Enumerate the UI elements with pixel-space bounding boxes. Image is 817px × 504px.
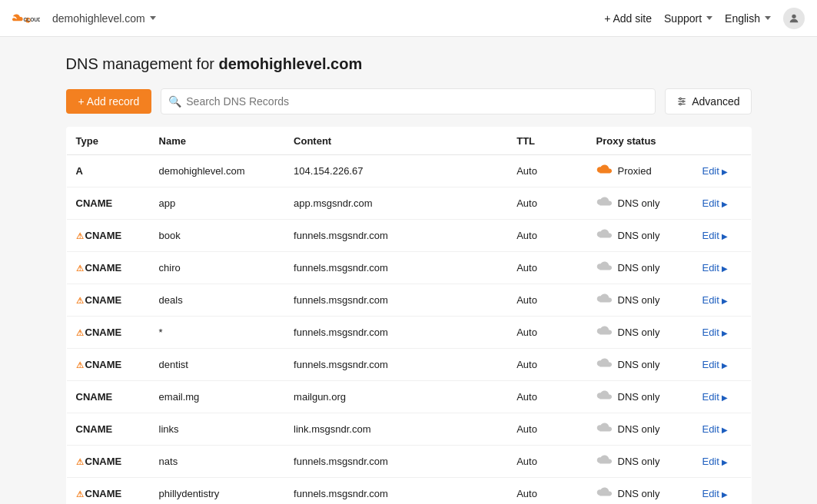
type-value: CNAME	[76, 197, 113, 209]
svg-text:CLOUDFLARE: CLOUDFLARE	[23, 16, 40, 22]
proxy-status-label: DNS only	[618, 262, 660, 274]
cell-name: dentist	[150, 349, 284, 381]
cell-type: ⚠CNAME	[66, 478, 150, 505]
cell-proxy-status: DNS only	[587, 446, 693, 478]
cell-edit: Edit ▶	[692, 220, 751, 252]
type-value: CNAME	[76, 423, 113, 435]
cell-proxy-status: Proxied	[587, 155, 693, 187]
cell-content: funnels.msgsndr.com	[284, 478, 507, 505]
cloud-dns-only-icon	[596, 356, 613, 373]
cell-type: CNAME	[66, 187, 150, 220]
cloud-dns-only-icon	[596, 453, 613, 469]
edit-button[interactable]: Edit ▶	[702, 165, 728, 177]
cell-name: app	[150, 187, 284, 220]
cell-proxy-status: DNS only	[587, 220, 693, 252]
cell-edit: Edit ▶	[692, 284, 751, 317]
cell-ttl: Auto	[507, 252, 586, 284]
edit-arrow-icon: ▶	[722, 167, 728, 176]
edit-button[interactable]: Edit ▶	[702, 488, 728, 499]
support-button[interactable]: Support	[664, 12, 712, 25]
cloudflare-logo[interactable]: CLOUDFLARE	[12, 9, 40, 28]
edit-arrow-icon: ▶	[722, 297, 728, 305]
cell-name: email.mg	[150, 381, 284, 413]
advanced-label: Advanced	[692, 95, 739, 108]
proxy-status-label: DNS only	[618, 230, 660, 241]
language-selector[interactable]: English	[725, 12, 771, 25]
col-type: Type	[66, 128, 150, 155]
cloud-dns-only-icon	[596, 292, 613, 308]
language-label: English	[725, 12, 760, 25]
toolbar: + Add record 🔍 Advanced	[66, 88, 752, 114]
cell-name: *	[150, 317, 284, 349]
cell-edit: Edit ▶	[692, 446, 751, 478]
edit-button[interactable]: Edit ▶	[702, 294, 728, 306]
table-row: Ademohighlevel.com104.154.226.67AutoProx…	[66, 155, 751, 187]
cell-ttl: Auto	[507, 381, 586, 413]
type-value: CNAME	[85, 294, 122, 306]
cell-type: A	[66, 155, 150, 187]
search-input[interactable]	[161, 88, 656, 114]
add-record-button[interactable]: + Add record	[66, 89, 152, 114]
domain-selector[interactable]: demohighlevel.com	[52, 12, 156, 25]
search-container: 🔍	[161, 88, 656, 114]
main-content: DNS management for demohighlevel.com + A…	[48, 37, 770, 504]
cell-content: link.msgsndr.com	[284, 413, 507, 446]
cell-edit: Edit ▶	[692, 252, 751, 284]
proxy-status-label: DNS only	[618, 391, 660, 403]
cell-name: phillydentistry	[150, 478, 284, 505]
cell-proxy-status: DNS only	[587, 317, 693, 349]
cell-name: deals	[150, 284, 284, 317]
cell-content: funnels.msgsndr.com	[284, 220, 507, 252]
user-avatar-button[interactable]	[783, 8, 805, 29]
edit-button[interactable]: Edit ▶	[702, 391, 728, 403]
table-row: ⚠CNAMEdentistfunnels.msgsndr.comAutoDNS …	[66, 349, 751, 381]
cell-ttl: Auto	[507, 284, 586, 317]
edit-button[interactable]: Edit ▶	[702, 230, 728, 241]
type-value: CNAME	[85, 327, 122, 338]
page-title: DNS management for demohighlevel.com	[66, 55, 752, 73]
table-row: CNAMEemail.mgmailgun.orgAutoDNS onlyEdit…	[66, 381, 751, 413]
cell-ttl: Auto	[507, 155, 586, 187]
proxy-status-label: DNS only	[618, 197, 660, 209]
edit-arrow-icon: ▶	[722, 490, 728, 499]
domain-name: demohighlevel.com	[52, 12, 145, 25]
edit-arrow-icon: ▶	[722, 264, 728, 273]
cell-ttl: Auto	[507, 187, 586, 220]
warning-icon: ⚠	[76, 360, 84, 370]
topnav: CLOUDFLARE demohighlevel.com + Add site …	[0, 0, 817, 37]
edit-button[interactable]: Edit ▶	[702, 456, 728, 467]
cell-name: nats	[150, 446, 284, 478]
cell-edit: Edit ▶	[692, 478, 751, 505]
cell-content: funnels.msgsndr.com	[284, 317, 507, 349]
cell-ttl: Auto	[507, 446, 586, 478]
advanced-button[interactable]: Advanced	[665, 88, 751, 114]
add-site-label: + Add site	[604, 12, 652, 25]
col-name: Name	[150, 128, 284, 155]
add-site-button[interactable]: + Add site	[604, 12, 652, 25]
cell-type: CNAME	[66, 413, 150, 446]
edit-button[interactable]: Edit ▶	[702, 423, 728, 435]
edit-button[interactable]: Edit ▶	[702, 262, 728, 274]
type-value: A	[76, 165, 83, 177]
col-content: Content	[284, 128, 507, 155]
cell-content: funnels.msgsndr.com	[284, 252, 507, 284]
proxy-status-label: DNS only	[618, 488, 660, 499]
sliders-icon	[676, 96, 687, 107]
cell-name: links	[150, 413, 284, 446]
cell-proxy-status: DNS only	[587, 478, 693, 505]
cell-type: ⚠CNAME	[66, 284, 150, 317]
cell-name: chiro	[150, 252, 284, 284]
page-title-domain: demohighlevel.com	[218, 55, 362, 72]
edit-button[interactable]: Edit ▶	[702, 359, 728, 370]
cell-proxy-status: DNS only	[587, 349, 693, 381]
edit-button[interactable]: Edit ▶	[702, 327, 728, 338]
add-record-label: + Add record	[78, 95, 140, 108]
cloud-dns-only-icon	[596, 227, 613, 244]
cell-type: ⚠CNAME	[66, 317, 150, 349]
domain-chevron-icon	[150, 16, 156, 20]
col-actions	[692, 128, 751, 155]
cell-ttl: Auto	[507, 478, 586, 505]
edit-button[interactable]: Edit ▶	[702, 197, 728, 209]
cloud-dns-only-icon	[596, 486, 613, 502]
proxy-status-label: DNS only	[618, 359, 660, 370]
